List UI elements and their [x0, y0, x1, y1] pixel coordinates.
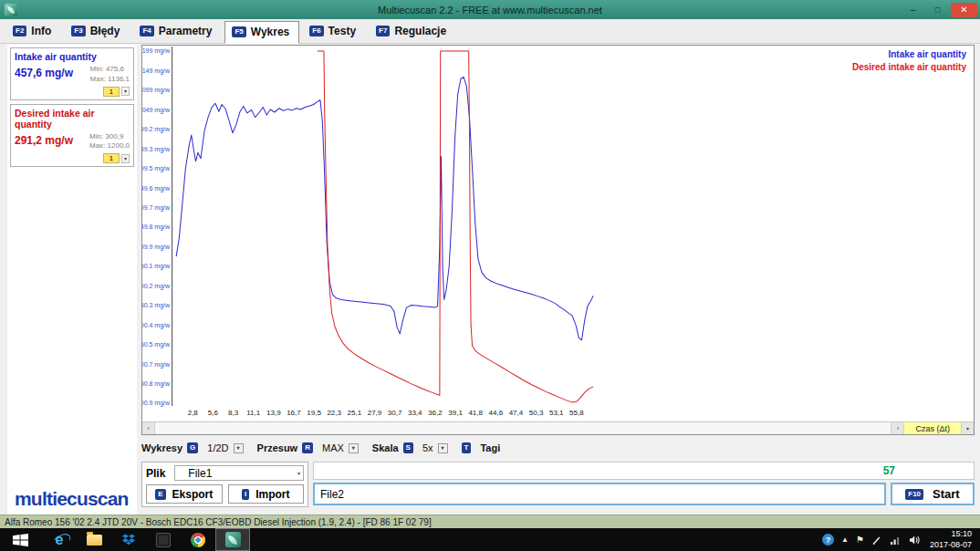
tab-info[interactable]: F2 Info [5, 20, 61, 43]
pen-icon[interactable] [871, 535, 882, 546]
action-center-flag-icon[interactable]: ⚑ [856, 535, 864, 545]
clock-time: 15:10 [930, 529, 972, 539]
f6-keycap: F6 [309, 26, 323, 36]
svg-text:2,8: 2,8 [188, 409, 199, 417]
file-box: Plik File1 ▾ E Eksport I Impo [141, 462, 308, 507]
svg-text:41,8: 41,8 [468, 409, 483, 417]
start-button-windows[interactable] [0, 528, 42, 551]
tab-wykres[interactable]: F5 Wykres [224, 21, 299, 44]
x-axis-mode-label[interactable]: Czas (Δt) [903, 422, 961, 434]
skala-label: Skala [372, 442, 399, 453]
svg-text:36,2: 36,2 [428, 409, 443, 417]
import-button[interactable]: I Import [228, 484, 305, 504]
help-icon[interactable]: ? [822, 534, 834, 546]
legend-intake: Intake air quantity [852, 48, 966, 61]
svg-text:47,4: 47,4 [509, 409, 524, 417]
chart-canvas[interactable]: 1199 mg/w1149 mg/w1099 mg/w1049 mg/w999.… [142, 46, 974, 421]
g-keycap: G [187, 442, 198, 453]
svg-text:30,7: 30,7 [388, 409, 402, 417]
chevron-down-icon[interactable]: ▾ [349, 443, 359, 453]
counter-row: 57 [313, 462, 975, 480]
show-hidden-icons-chevron[interactable]: ▲ [841, 536, 849, 544]
chevron-down-icon[interactable]: ▾ [234, 443, 244, 453]
svg-text:799.7 mg/w: 799.7 mg/w [142, 204, 171, 212]
clock-date: 2017-08-07 [930, 540, 972, 550]
chevron-down-icon[interactable]: ▾ [438, 443, 448, 453]
t-keycap: T [462, 442, 472, 453]
network-icon[interactable] [890, 535, 902, 546]
svg-text:50,3: 50,3 [529, 409, 544, 417]
svg-text:1049 mg/w: 1049 mg/w [142, 107, 171, 114]
start-label: Start [933, 487, 960, 501]
param-min: Min: 300,9 [89, 132, 130, 142]
channel-badge[interactable]: 1 [103, 153, 120, 163]
start-button[interactable]: F10 Start [891, 483, 975, 505]
scroll-left-icon[interactable]: ‹ [142, 422, 155, 434]
internet-explorer-icon: e [56, 533, 64, 547]
volume-icon[interactable] [909, 535, 921, 546]
f5-keycap: F5 [232, 26, 245, 37]
chevron-down-icon[interactable]: ▾ [121, 87, 130, 96]
chart-area: Intake air quantity Desired intake air q… [141, 45, 975, 515]
svg-text:22,3: 22,3 [327, 409, 341, 417]
scroll-right-icon[interactable]: › [891, 422, 903, 434]
svg-text:19,5: 19,5 [307, 409, 321, 417]
windows-logo-icon [13, 534, 29, 546]
filename-input[interactable] [313, 483, 886, 505]
tagi-label[interactable]: Tagi [480, 442, 500, 453]
svg-text:350.8 mg/w: 350.8 mg/w [142, 380, 171, 388]
chevron-down-icon: ▾ [297, 470, 300, 476]
svg-text:33,4: 33,4 [408, 409, 422, 417]
chart-legend: Intake air quantity Desired intake air q… [852, 48, 966, 74]
chevron-down-icon[interactable]: ▾ [961, 422, 974, 434]
svg-text:44,6: 44,6 [489, 409, 504, 417]
svg-text:16,7: 16,7 [287, 409, 301, 417]
channel-badge[interactable]: 1 [103, 87, 120, 97]
tab-parametry[interactable]: F4 Parametry [132, 20, 222, 43]
taskbar-item-media-app[interactable] [146, 528, 181, 551]
przesuw-value[interactable]: MAX [322, 442, 344, 453]
f10-keycap: F10 [905, 489, 923, 500]
tab-testy[interactable]: F6 Testy [302, 20, 366, 43]
svg-text:55,8: 55,8 [569, 409, 584, 417]
multiecuscan-logo: multiecuscan [7, 488, 137, 515]
close-button[interactable]: ✕ [951, 3, 977, 17]
plik-label: Plik [146, 467, 165, 480]
taskbar-item-internet-explorer[interactable]: e [42, 528, 77, 551]
chart-scrollbar: ‹ › Czas (Δt) ▾ [142, 421, 974, 434]
svg-text:39,1: 39,1 [448, 409, 463, 417]
f2-keycap: F2 [13, 26, 26, 36]
title-bar: Multiecuscan 2.2 - FREE at www.multiecus… [0, 0, 980, 19]
tab-bar: F2 Info F3 Błędy F4 Parametry F5 Wykres … [0, 19, 980, 44]
f3-keycap: F3 [71, 26, 85, 36]
chevron-down-icon[interactable]: ▾ [121, 154, 130, 163]
eksport-button[interactable]: E Eksport [146, 484, 223, 504]
param-intake-air[interactable]: Intake air quantity 457,6 mg/w Min: 475,… [10, 47, 134, 100]
f7-keycap: F7 [376, 26, 390, 36]
taskbar-item-dropbox[interactable] [111, 528, 146, 551]
taskbar-clock[interactable]: 15:10 2017-08-07 [928, 529, 975, 550]
svg-text:1199 mg/w: 1199 mg/w [142, 48, 171, 56]
taskbar-item-file-explorer[interactable] [77, 528, 111, 551]
file-area: Plik File1 ▾ E Eksport I Impo [141, 462, 975, 507]
svg-text:500.4 mg/w: 500.4 mg/w [142, 322, 171, 329]
tab-regulacje[interactable]: F7 Regulacje [369, 20, 456, 43]
taskbar-item-chrome[interactable] [181, 528, 215, 551]
svg-text:899.5 mg/w: 899.5 mg/w [142, 165, 171, 172]
taskbar-item-multiecuscan[interactable] [215, 528, 250, 551]
file-select[interactable]: File1 ▾ [174, 465, 304, 481]
wykresy-value[interactable]: 1/2D [207, 442, 228, 453]
param-value: 457,6 mg/w [15, 67, 73, 79]
skala-value[interactable]: 5x [422, 442, 433, 453]
maximize-button[interactable]: □ [926, 3, 949, 17]
svg-text:27,9: 27,9 [368, 409, 382, 417]
svg-text:8,3: 8,3 [228, 409, 239, 417]
legend-desired: Desired intake air quantity [852, 61, 966, 74]
minimize-button[interactable]: – [902, 3, 924, 17]
tab-bledy[interactable]: F3 Błędy [64, 20, 130, 43]
chart-panel: Intake air quantity Desired intake air q… [141, 45, 975, 435]
scroll-track[interactable] [155, 422, 891, 434]
app-leaf-icon [5, 4, 17, 16]
param-desired-intake-air[interactable]: Desired intake air quantity 291,2 mg/w M… [10, 104, 134, 168]
svg-text:1099 mg/w: 1099 mg/w [142, 87, 171, 94]
